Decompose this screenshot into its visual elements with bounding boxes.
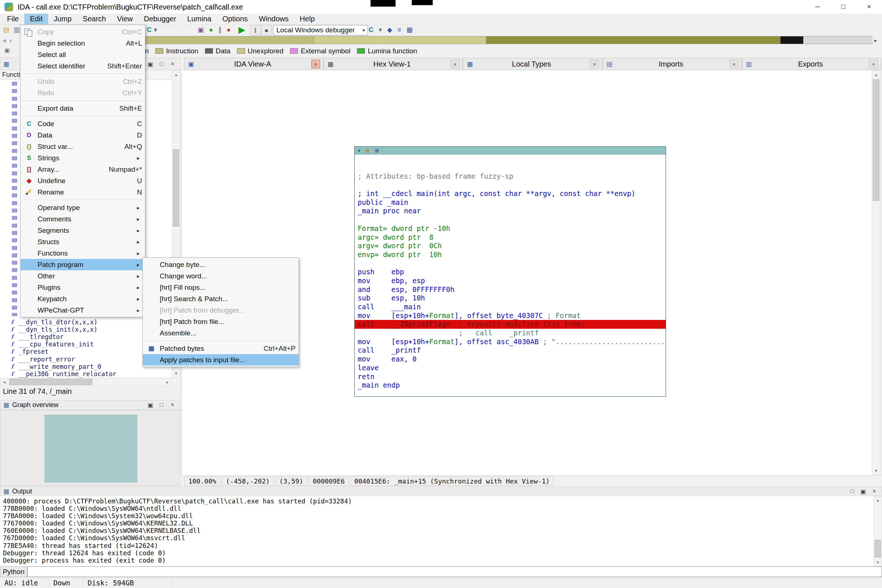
asm-line[interactable]: argv= dword ptr 0Ch bbox=[355, 242, 666, 250]
disassembly-node-titlebar[interactable]: ●▦▦ bbox=[355, 147, 666, 154]
menu-item[interactable] bbox=[21, 198, 145, 202]
asm-line[interactable]: call ___main bbox=[355, 303, 666, 312]
view-tab[interactable]: ▩ Hex View-1 × bbox=[323, 58, 463, 70]
ida-view-vscrollbar[interactable]: ▴ ▾ bbox=[872, 70, 880, 475]
menu-item[interactable]: {} Struct var... Alt+Q bbox=[21, 141, 145, 152]
menu-item[interactable]: Structs ▸ bbox=[21, 236, 145, 248]
menu-item[interactable]: WPeChat-GPT ▸ bbox=[21, 304, 145, 316]
navband-segment[interactable] bbox=[315, 36, 486, 44]
start-debugger-button[interactable]: ▶ bbox=[239, 26, 245, 34]
scrollbar-thumb[interactable] bbox=[173, 149, 179, 226]
function-list-item[interactable]: f __pei386_runtime_relocator bbox=[0, 370, 172, 378]
menu-item[interactable]: [hrt] Search & Patch... bbox=[143, 293, 298, 304]
view-tab[interactable]: ▣ IDA View-A × bbox=[184, 58, 323, 70]
tab-close-button[interactable]: × bbox=[311, 60, 320, 68]
menu-item[interactable] bbox=[143, 339, 298, 343]
asm-line[interactable]: envp= dword ptr 10h bbox=[355, 250, 666, 259]
menubar-item[interactable]: Help bbox=[295, 14, 320, 24]
asm-line[interactable]: Format= dword ptr -10h bbox=[355, 224, 666, 233]
asm-line[interactable] bbox=[355, 163, 666, 172]
menu-item[interactable]: Rename N bbox=[21, 186, 145, 198]
tab-close-button[interactable]: × bbox=[869, 60, 878, 68]
navigation-band[interactable] bbox=[20, 36, 872, 44]
node-titlebar-icon[interactable]: ● bbox=[358, 148, 360, 153]
asm-line[interactable]: mov [esp+10h+Format], offset byte_40307C… bbox=[355, 312, 666, 320]
node-titlebar-icon[interactable]: ▦ bbox=[365, 148, 370, 153]
asm-line[interactable] bbox=[355, 216, 666, 224]
maximize-button[interactable]: □ bbox=[831, 0, 856, 14]
stop-debugger-button[interactable]: ■ bbox=[261, 25, 272, 35]
menu-item[interactable]: Select all bbox=[21, 49, 145, 60]
menu-item[interactable]: ◆ Undefine U bbox=[21, 175, 145, 186]
float-icon[interactable]: □ bbox=[158, 61, 165, 68]
functions-hscrollbar[interactable]: ◂ ▸ bbox=[0, 378, 172, 386]
float-icon[interactable]: □ bbox=[849, 488, 856, 495]
menubar-item[interactable]: Jump bbox=[48, 14, 77, 24]
close-icon[interactable]: × bbox=[169, 402, 176, 408]
breakpoint-icon[interactable]: ● bbox=[227, 27, 231, 33]
menu-item[interactable]: [hrt] Fill nops... bbox=[143, 282, 298, 293]
asm-line[interactable]: mov [esp+10h+Format], offset asc_4030AB … bbox=[355, 338, 666, 346]
menubar-item[interactable]: Search bbox=[77, 14, 111, 24]
menu-item[interactable]: Redo Ctrl+Y bbox=[21, 87, 145, 99]
asm-line[interactable]: ; int __cdecl main(int argc, const char … bbox=[355, 189, 666, 198]
scrollbar-thumb[interactable] bbox=[873, 80, 879, 201]
script-snippet-icon[interactable]: C bbox=[369, 27, 374, 33]
navband-grip-icon[interactable]: ▸ bbox=[874, 37, 877, 44]
dropdown-arrow-icon[interactable]: ▾ bbox=[154, 27, 157, 33]
scroll-up-icon[interactable]: ▴ bbox=[172, 70, 180, 79]
menu-item[interactable]: Patch program ▸ bbox=[21, 259, 145, 270]
menu-item[interactable]: Begin selection Alt+L bbox=[21, 38, 145, 49]
menubar-item[interactable]: Lumina bbox=[182, 14, 217, 24]
scroll-right-icon[interactable]: ▸ bbox=[163, 378, 171, 386]
scrollbar-thumb[interactable] bbox=[874, 540, 881, 558]
menu-item[interactable] bbox=[21, 72, 145, 76]
script-command-icon[interactable]: C bbox=[147, 27, 152, 33]
menu-item[interactable]: [hrt] Patch from debugger... bbox=[143, 304, 298, 316]
menu-item[interactable]: Select identifier Shift+Enter bbox=[21, 60, 145, 72]
stack-trace-icon[interactable]: ≡ bbox=[397, 27, 401, 33]
python-cli-button[interactable]: Python bbox=[0, 566, 27, 577]
scroll-left-icon[interactable]: ◂ bbox=[0, 378, 9, 386]
minimize-button[interactable]: ─ bbox=[805, 0, 831, 14]
menubar-item[interactable]: View bbox=[111, 14, 138, 24]
asm-line[interactable]: _main endp bbox=[355, 381, 666, 390]
menu-item[interactable]: Segments ▸ bbox=[21, 225, 145, 236]
asm-line[interactable]: _main proc near bbox=[355, 207, 666, 216]
output-vscrollbar[interactable]: ▴ ▾ bbox=[873, 496, 882, 566]
jump-forward-icon[interactable]: ‹ bbox=[10, 37, 12, 44]
asm-line[interactable]: mov ebp, esp bbox=[355, 276, 666, 285]
menu-item[interactable]: Plugins ▸ bbox=[21, 282, 145, 293]
open-file-icon[interactable]: ▤ bbox=[3, 27, 9, 33]
menu-item[interactable]: Operand type ▸ bbox=[21, 202, 145, 213]
menu-item[interactable]: [hrt] Patch from file... bbox=[143, 316, 298, 327]
asm-line[interactable]: ; call _printf bbox=[355, 329, 666, 338]
step-into-icon[interactable]: ◆ bbox=[387, 27, 392, 33]
menubar-item[interactable]: File bbox=[2, 14, 24, 24]
asm-line[interactable]: call _printf bbox=[355, 346, 666, 355]
asm-line[interactable] bbox=[355, 259, 666, 268]
menubar-item[interactable]: Edit bbox=[24, 14, 48, 24]
debugger-options-icon[interactable]: ▣ bbox=[198, 27, 204, 33]
menu-item[interactable]: Assemble... bbox=[143, 327, 298, 339]
menu-item[interactable]: Other ▸ bbox=[21, 270, 145, 282]
close-button[interactable]: × bbox=[856, 0, 882, 14]
menu-item[interactable]: Apply patches to input file... bbox=[143, 354, 298, 366]
pause-process-icon[interactable]: ∥ bbox=[218, 27, 221, 33]
menu-item[interactable] bbox=[21, 114, 145, 118]
menubar-item[interactable]: Debugger bbox=[138, 14, 182, 24]
navband-segment[interactable] bbox=[803, 36, 873, 44]
asm-line[interactable]: retn bbox=[355, 372, 666, 381]
scroll-up-icon[interactable]: ▴ bbox=[872, 70, 880, 79]
asm-line[interactable]: argc= dword ptr 8 bbox=[355, 233, 666, 242]
tab-close-button[interactable]: × bbox=[590, 60, 599, 68]
menu-item[interactable]: [] Array... Numpad+* bbox=[21, 164, 145, 175]
scroll-down-icon[interactable]: ▾ bbox=[172, 369, 180, 377]
menu-item[interactable]: Undo Ctrl+Z bbox=[21, 76, 145, 87]
graph-overview-thumbnail[interactable] bbox=[45, 415, 137, 483]
dock-icon[interactable]: ▣ bbox=[859, 488, 867, 495]
asm-line[interactable]: and esp, 0FFFFFFF0h bbox=[355, 285, 666, 294]
save-icon[interactable]: ▥ bbox=[14, 27, 20, 33]
menu-item[interactable]: Change word... bbox=[143, 270, 298, 282]
navband-segment[interactable] bbox=[780, 36, 803, 44]
